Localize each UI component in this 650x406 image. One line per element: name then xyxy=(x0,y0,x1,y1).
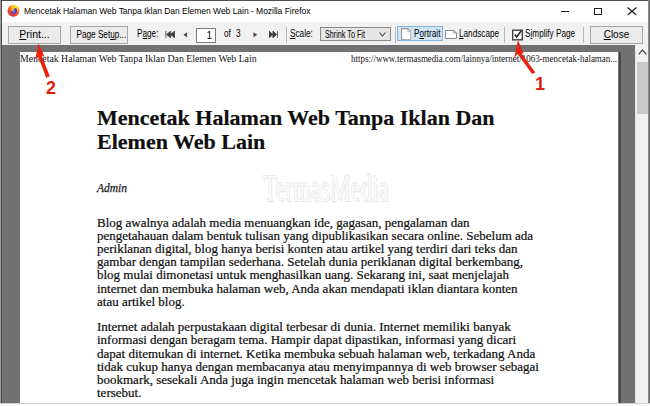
svg-text:2: 2 xyxy=(46,78,56,98)
svg-text:1: 1 xyxy=(535,74,545,94)
